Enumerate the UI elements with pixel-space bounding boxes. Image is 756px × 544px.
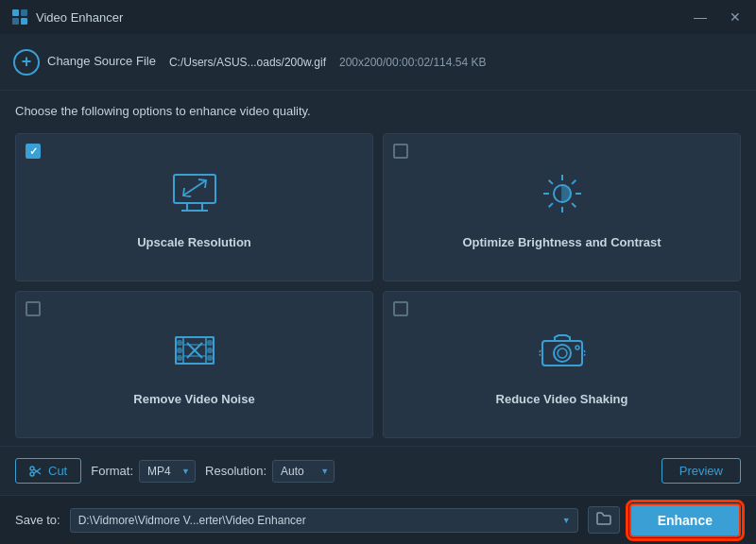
svg-line-8 (183, 180, 206, 196)
option-card-shaking[interactable]: Reduce Video Shaking (383, 291, 741, 439)
svg-line-17 (548, 203, 552, 207)
film-icon (168, 324, 221, 382)
save-to-label: Save to: (15, 513, 60, 527)
svg-line-14 (548, 179, 552, 183)
cut-button[interactable]: Cut (15, 458, 81, 484)
change-source-label: Change Source File (47, 53, 156, 70)
save-path-wrapper: ▼ (70, 508, 578, 533)
format-group: Format: MP4 AVI MOV GIF (91, 460, 196, 483)
svg-rect-28 (208, 341, 212, 345)
svg-line-16 (572, 179, 576, 183)
format-select-wrapper[interactable]: MP4 AVI MOV GIF (139, 460, 196, 483)
checkbox-brightness[interactable] (393, 144, 408, 159)
resolution-label: Resolution: (205, 464, 266, 478)
options-grid: Upscale Resolution (15, 133, 741, 438)
option-label-upscale: Upscale Resolution (137, 235, 251, 249)
camera-icon (536, 324, 589, 382)
checkbox-shaking[interactable] (393, 301, 408, 316)
source-file-info: 200x200/00:00:02/114.54 KB (339, 56, 486, 69)
option-label-noise: Remove Video Noise (133, 392, 254, 406)
option-label-shaking: Reduce Video Shaking (496, 392, 628, 406)
app-icon (11, 8, 28, 26)
bottom-toolbar: Cut Format: MP4 AVI MOV GIF Resolution: … (0, 446, 756, 495)
main-content: Choose the following options to enhance … (0, 91, 756, 446)
option-label-brightness: Optimize Brightness and Contrast (462, 235, 661, 249)
resolution-select-wrapper[interactable]: Auto 720p 1080p 4K (272, 460, 335, 483)
change-source-button[interactable]: + Change Source File (13, 49, 156, 76)
svg-rect-3 (21, 18, 27, 25)
resolution-group: Resolution: Auto 720p 1080p 4K (205, 460, 335, 483)
title-bar-left: Video Enhancer (11, 8, 123, 26)
svg-rect-27 (178, 356, 181, 360)
svg-rect-0 (12, 9, 19, 16)
minimize-button[interactable]: — (690, 8, 711, 26)
app-title: Video Enhancer (36, 10, 123, 25)
checkbox-noise[interactable] (26, 301, 41, 316)
svg-rect-2 (12, 18, 19, 25)
folder-icon (596, 512, 611, 525)
svg-rect-29 (208, 348, 212, 352)
svg-point-38 (30, 472, 34, 476)
svg-point-35 (558, 348, 567, 358)
preview-button[interactable]: Preview (662, 458, 741, 484)
close-button[interactable]: ✕ (726, 8, 745, 26)
svg-rect-1 (21, 9, 27, 16)
enhance-button[interactable]: Enhance (629, 503, 741, 537)
brightness-icon (536, 167, 589, 226)
add-icon: + (13, 49, 40, 76)
svg-rect-26 (178, 348, 181, 352)
format-label: Format: (91, 464, 133, 478)
source-file-path: C:/Users/ASUS...oads/200w.gif (169, 56, 326, 69)
option-card-brightness[interactable]: Optimize Brightness and Contrast (383, 133, 741, 281)
monitor-icon (168, 167, 221, 226)
format-select[interactable]: MP4 AVI MOV GIF (139, 460, 196, 483)
cut-label: Cut (48, 464, 67, 478)
svg-point-36 (576, 346, 579, 349)
resolution-select[interactable]: Auto 720p 1080p 4K (272, 460, 335, 483)
instructions-text: Choose the following options to enhance … (15, 104, 741, 118)
svg-rect-25 (178, 341, 181, 345)
svg-rect-30 (208, 356, 212, 360)
save-path-input[interactable] (70, 508, 578, 533)
checkbox-upscale[interactable] (26, 144, 41, 159)
title-bar: Video Enhancer — ✕ (0, 0, 756, 34)
svg-line-15 (572, 203, 576, 207)
svg-point-37 (30, 467, 34, 470)
title-bar-controls: — ✕ (690, 8, 745, 26)
folder-button[interactable] (588, 506, 620, 534)
option-card-upscale[interactable]: Upscale Resolution (15, 133, 373, 281)
source-bar: + Change Source File C:/Users/ASUS...oad… (0, 34, 756, 91)
svg-point-34 (554, 345, 571, 362)
scissors-icon (29, 465, 43, 478)
option-card-noise[interactable]: Remove Video Noise (15, 291, 373, 439)
save-bar: Save to: ▼ Enhance (0, 495, 756, 544)
